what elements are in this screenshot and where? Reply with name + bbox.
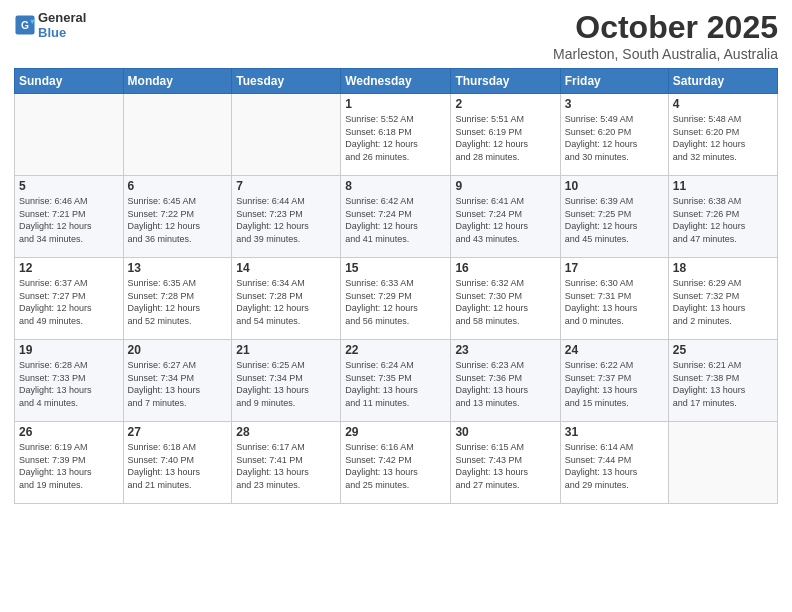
col-wednesday: Wednesday (341, 69, 451, 94)
table-row: 25Sunrise: 6:21 AM Sunset: 7:38 PM Dayli… (668, 340, 777, 422)
table-row: 10Sunrise: 6:39 AM Sunset: 7:25 PM Dayli… (560, 176, 668, 258)
table-row: 2Sunrise: 5:51 AM Sunset: 6:19 PM Daylig… (451, 94, 560, 176)
day-info: Sunrise: 6:39 AM Sunset: 7:25 PM Dayligh… (565, 195, 664, 245)
table-row: 11Sunrise: 6:38 AM Sunset: 7:26 PM Dayli… (668, 176, 777, 258)
day-number: 29 (345, 425, 446, 439)
table-row: 6Sunrise: 6:45 AM Sunset: 7:22 PM Daylig… (123, 176, 232, 258)
day-info: Sunrise: 6:14 AM Sunset: 7:44 PM Dayligh… (565, 441, 664, 491)
day-number: 15 (345, 261, 446, 275)
day-info: Sunrise: 6:30 AM Sunset: 7:31 PM Dayligh… (565, 277, 664, 327)
day-info: Sunrise: 6:45 AM Sunset: 7:22 PM Dayligh… (128, 195, 228, 245)
day-number: 31 (565, 425, 664, 439)
day-number: 14 (236, 261, 336, 275)
table-row: 17Sunrise: 6:30 AM Sunset: 7:31 PM Dayli… (560, 258, 668, 340)
day-number: 1 (345, 97, 446, 111)
table-row: 30Sunrise: 6:15 AM Sunset: 7:43 PM Dayli… (451, 422, 560, 504)
day-info: Sunrise: 6:22 AM Sunset: 7:37 PM Dayligh… (565, 359, 664, 409)
table-row: 9Sunrise: 6:41 AM Sunset: 7:24 PM Daylig… (451, 176, 560, 258)
day-number: 22 (345, 343, 446, 357)
svg-text:G: G (21, 20, 29, 31)
calendar-week-1: 1Sunrise: 5:52 AM Sunset: 6:18 PM Daylig… (15, 94, 778, 176)
col-sunday: Sunday (15, 69, 124, 94)
table-row: 14Sunrise: 6:34 AM Sunset: 7:28 PM Dayli… (232, 258, 341, 340)
day-number: 19 (19, 343, 119, 357)
day-number: 24 (565, 343, 664, 357)
day-info: Sunrise: 6:21 AM Sunset: 7:38 PM Dayligh… (673, 359, 773, 409)
day-number: 25 (673, 343, 773, 357)
col-tuesday: Tuesday (232, 69, 341, 94)
table-row: 28Sunrise: 6:17 AM Sunset: 7:41 PM Dayli… (232, 422, 341, 504)
day-info: Sunrise: 6:17 AM Sunset: 7:41 PM Dayligh… (236, 441, 336, 491)
table-row (123, 94, 232, 176)
day-number: 3 (565, 97, 664, 111)
table-row: 13Sunrise: 6:35 AM Sunset: 7:28 PM Dayli… (123, 258, 232, 340)
table-row: 27Sunrise: 6:18 AM Sunset: 7:40 PM Dayli… (123, 422, 232, 504)
day-info: Sunrise: 6:34 AM Sunset: 7:28 PM Dayligh… (236, 277, 336, 327)
day-number: 17 (565, 261, 664, 275)
day-number: 20 (128, 343, 228, 357)
table-row: 16Sunrise: 6:32 AM Sunset: 7:30 PM Dayli… (451, 258, 560, 340)
table-row: 7Sunrise: 6:44 AM Sunset: 7:23 PM Daylig… (232, 176, 341, 258)
calendar-week-4: 19Sunrise: 6:28 AM Sunset: 7:33 PM Dayli… (15, 340, 778, 422)
calendar: Sunday Monday Tuesday Wednesday Thursday… (14, 68, 778, 504)
day-number: 6 (128, 179, 228, 193)
day-info: Sunrise: 6:28 AM Sunset: 7:33 PM Dayligh… (19, 359, 119, 409)
day-info: Sunrise: 6:41 AM Sunset: 7:24 PM Dayligh… (455, 195, 555, 245)
table-row: 18Sunrise: 6:29 AM Sunset: 7:32 PM Dayli… (668, 258, 777, 340)
day-info: Sunrise: 6:25 AM Sunset: 7:34 PM Dayligh… (236, 359, 336, 409)
day-number: 4 (673, 97, 773, 111)
day-number: 12 (19, 261, 119, 275)
day-info: Sunrise: 6:44 AM Sunset: 7:23 PM Dayligh… (236, 195, 336, 245)
calendar-week-3: 12Sunrise: 6:37 AM Sunset: 7:27 PM Dayli… (15, 258, 778, 340)
logo: G General Blue (14, 10, 86, 40)
day-info: Sunrise: 6:16 AM Sunset: 7:42 PM Dayligh… (345, 441, 446, 491)
day-number: 23 (455, 343, 555, 357)
day-info: Sunrise: 5:51 AM Sunset: 6:19 PM Dayligh… (455, 113, 555, 163)
day-number: 10 (565, 179, 664, 193)
title-block: October 2025 Marleston, South Australia,… (553, 10, 778, 62)
table-row: 22Sunrise: 6:24 AM Sunset: 7:35 PM Dayli… (341, 340, 451, 422)
day-info: Sunrise: 6:24 AM Sunset: 7:35 PM Dayligh… (345, 359, 446, 409)
calendar-header-row: Sunday Monday Tuesday Wednesday Thursday… (15, 69, 778, 94)
day-info: Sunrise: 6:27 AM Sunset: 7:34 PM Dayligh… (128, 359, 228, 409)
day-number: 28 (236, 425, 336, 439)
logo-text: General Blue (38, 10, 86, 40)
day-info: Sunrise: 6:15 AM Sunset: 7:43 PM Dayligh… (455, 441, 555, 491)
day-number: 5 (19, 179, 119, 193)
table-row: 23Sunrise: 6:23 AM Sunset: 7:36 PM Dayli… (451, 340, 560, 422)
day-number: 27 (128, 425, 228, 439)
table-row: 5Sunrise: 6:46 AM Sunset: 7:21 PM Daylig… (15, 176, 124, 258)
table-row: 21Sunrise: 6:25 AM Sunset: 7:34 PM Dayli… (232, 340, 341, 422)
day-number: 30 (455, 425, 555, 439)
day-info: Sunrise: 6:38 AM Sunset: 7:26 PM Dayligh… (673, 195, 773, 245)
col-thursday: Thursday (451, 69, 560, 94)
day-info: Sunrise: 6:32 AM Sunset: 7:30 PM Dayligh… (455, 277, 555, 327)
day-info: Sunrise: 6:33 AM Sunset: 7:29 PM Dayligh… (345, 277, 446, 327)
day-number: 26 (19, 425, 119, 439)
table-row: 24Sunrise: 6:22 AM Sunset: 7:37 PM Dayli… (560, 340, 668, 422)
table-row (668, 422, 777, 504)
day-number: 2 (455, 97, 555, 111)
day-info: Sunrise: 5:52 AM Sunset: 6:18 PM Dayligh… (345, 113, 446, 163)
day-number: 16 (455, 261, 555, 275)
col-monday: Monday (123, 69, 232, 94)
day-number: 7 (236, 179, 336, 193)
day-number: 21 (236, 343, 336, 357)
table-row: 1Sunrise: 5:52 AM Sunset: 6:18 PM Daylig… (341, 94, 451, 176)
month-title: October 2025 (553, 10, 778, 45)
table-row (15, 94, 124, 176)
table-row: 4Sunrise: 5:48 AM Sunset: 6:20 PM Daylig… (668, 94, 777, 176)
calendar-week-2: 5Sunrise: 6:46 AM Sunset: 7:21 PM Daylig… (15, 176, 778, 258)
table-row: 3Sunrise: 5:49 AM Sunset: 6:20 PM Daylig… (560, 94, 668, 176)
table-row: 29Sunrise: 6:16 AM Sunset: 7:42 PM Dayli… (341, 422, 451, 504)
table-row: 26Sunrise: 6:19 AM Sunset: 7:39 PM Dayli… (15, 422, 124, 504)
day-number: 13 (128, 261, 228, 275)
day-info: Sunrise: 5:49 AM Sunset: 6:20 PM Dayligh… (565, 113, 664, 163)
day-info: Sunrise: 5:48 AM Sunset: 6:20 PM Dayligh… (673, 113, 773, 163)
table-row: 19Sunrise: 6:28 AM Sunset: 7:33 PM Dayli… (15, 340, 124, 422)
page: G General Blue October 2025 Marleston, S… (0, 0, 792, 612)
day-info: Sunrise: 6:23 AM Sunset: 7:36 PM Dayligh… (455, 359, 555, 409)
day-number: 18 (673, 261, 773, 275)
table-row (232, 94, 341, 176)
day-info: Sunrise: 6:37 AM Sunset: 7:27 PM Dayligh… (19, 277, 119, 327)
